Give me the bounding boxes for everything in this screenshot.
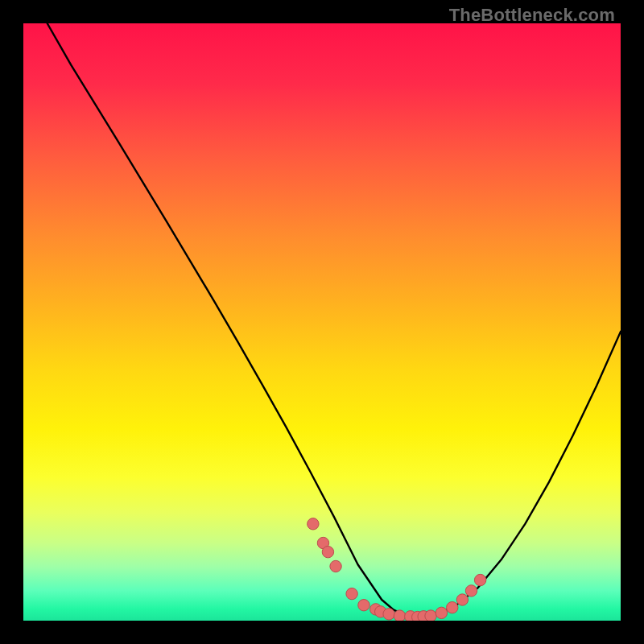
data-marker bbox=[465, 585, 477, 597]
data-marker bbox=[346, 588, 357, 599]
plot-area bbox=[23, 23, 621, 621]
chart-svg bbox=[23, 23, 621, 621]
data-marker bbox=[383, 609, 394, 620]
data-marker bbox=[322, 546, 333, 557]
watermark-text: TheBottleneck.com bbox=[449, 5, 615, 26]
data-marker bbox=[330, 560, 341, 572]
data-marker bbox=[447, 601, 458, 613]
data-marker bbox=[308, 518, 319, 530]
data-marker bbox=[425, 610, 436, 621]
data-marker bbox=[456, 594, 468, 605]
data-marker bbox=[474, 574, 485, 585]
chart-frame: TheBottleneck.com bbox=[0, 0, 644, 644]
data-marker bbox=[358, 600, 369, 611]
data-marker bbox=[436, 607, 447, 618]
curve-markers bbox=[308, 518, 486, 621]
data-marker bbox=[394, 610, 405, 621]
curve-path bbox=[47, 23, 621, 617]
curve-line bbox=[47, 23, 621, 617]
